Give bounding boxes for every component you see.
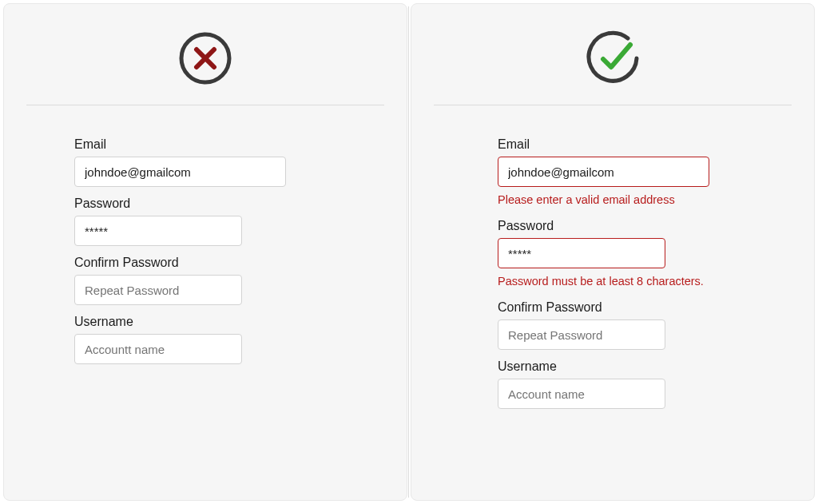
confirm-password-field[interactable] xyxy=(498,319,665,350)
center-divider xyxy=(408,6,409,498)
bad-form: Email Password Confirm Password Username xyxy=(26,137,384,372)
status-icon-row xyxy=(434,23,792,105)
x-circle-icon xyxy=(177,30,234,87)
email-field[interactable] xyxy=(74,157,286,187)
username-label: Username xyxy=(74,315,336,329)
password-error-message: Password must be at least 8 characters. xyxy=(498,275,739,288)
username-label: Username xyxy=(498,359,739,374)
bad-example-panel: Email Password Confirm Password Username xyxy=(3,3,407,501)
email-error-message: Please enter a valid email address xyxy=(498,193,739,206)
password-label: Password xyxy=(74,196,336,211)
check-circle-icon xyxy=(584,30,641,87)
confirm-password-label: Confirm Password xyxy=(498,300,739,315)
confirm-password-field[interactable] xyxy=(74,275,242,305)
status-icon-row xyxy=(26,23,384,105)
confirm-password-label: Confirm Password xyxy=(74,256,336,270)
good-form: Email Please enter a valid email address… xyxy=(434,137,792,417)
password-field[interactable] xyxy=(74,216,242,246)
divider xyxy=(434,105,792,105)
password-label: Password xyxy=(498,219,739,233)
comparison-page: Email Password Confirm Password Username… xyxy=(0,0,818,504)
password-field[interactable] xyxy=(498,238,665,268)
good-example-panel: Email Please enter a valid email address… xyxy=(411,3,815,501)
email-label: Email xyxy=(74,137,336,152)
email-label: Email xyxy=(498,137,739,152)
username-field[interactable] xyxy=(498,379,665,409)
username-field[interactable] xyxy=(74,334,242,364)
divider xyxy=(26,105,384,105)
email-field[interactable] xyxy=(498,157,709,187)
